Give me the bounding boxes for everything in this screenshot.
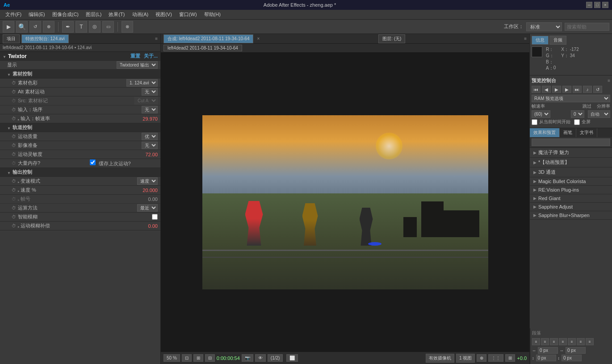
justify-left-btn[interactable]: ≡ xyxy=(559,338,567,345)
justify-all-btn[interactable]: ≡ xyxy=(586,338,594,345)
camera-select[interactable]: 有效摄像机 xyxy=(426,354,454,363)
project-tab[interactable]: 项目 xyxy=(3,34,20,43)
go-prev-frame-btn[interactable]: ◀ xyxy=(542,86,551,93)
comp-close-btn[interactable]: × xyxy=(257,36,260,41)
maximize-button[interactable]: □ xyxy=(594,2,600,8)
material-color-select[interactable]: 1. 124.avi xyxy=(126,79,158,87)
info-tab[interactable]: 信息 xyxy=(532,36,549,45)
align-center-btn[interactable]: ≡ xyxy=(541,338,549,345)
effect-controls-tab[interactable]: 特效控制台: 124.avi xyxy=(21,34,69,43)
full-screen-checkbox[interactable] xyxy=(574,119,580,125)
tool-brush[interactable]: ◎ xyxy=(89,21,101,33)
go-first-frame-btn[interactable]: ⏮ xyxy=(532,86,541,93)
comp-tab-main[interactable]: 合成: left4dead2 2011-08-11 19-34-10-64 xyxy=(163,34,253,43)
effects-search-input[interactable] xyxy=(532,138,610,146)
indent-after-input[interactable] xyxy=(566,347,586,354)
alt-material-select[interactable]: 无 xyxy=(142,88,158,96)
smart-blur-checkbox[interactable] xyxy=(152,214,158,220)
skip-value-select[interactable]: 0 xyxy=(571,110,584,118)
snapshot-btn[interactable]: 📷 xyxy=(242,354,253,362)
menu-composition[interactable]: 图像合成(C) xyxy=(49,10,82,19)
effect-item-magic-bullet-colorista[interactable]: ▶ Magic Bullet Colorista xyxy=(530,177,612,186)
twixtor-reset-link[interactable]: 重置 xyxy=(130,53,140,59)
calc-method-select[interactable]: 最近 xyxy=(137,204,158,212)
speed-mode-select[interactable]: 速度 xyxy=(137,177,158,185)
close-button[interactable]: × xyxy=(602,2,608,8)
layer-tab[interactable]: 图层: (无) xyxy=(378,34,405,43)
twixtor-collapse-icon[interactable] xyxy=(3,54,6,59)
image-prep-select[interactable]: 无 xyxy=(142,142,158,149)
speed-pct-expand[interactable] xyxy=(18,188,20,193)
menu-layer[interactable]: 图层(L) xyxy=(82,10,105,19)
input-seq-select[interactable]: 无 xyxy=(142,106,158,113)
effect-item-sapphire-blur-sharpen[interactable]: ▶ Sapphire Blur+Sharpen xyxy=(530,211,612,220)
fps-value-select[interactable]: (60) xyxy=(532,110,550,118)
go-next-frame-btn[interactable]: ▶ xyxy=(562,86,571,93)
preview-options[interactable]: ≡ xyxy=(608,78,610,83)
display-select[interactable]: Twixtored 输出 xyxy=(117,61,158,69)
audio-tab[interactable]: 音频 xyxy=(549,36,566,45)
align-right-btn[interactable]: ≡ xyxy=(550,338,558,345)
effect-item-animation-presets[interactable]: ▶ *【动画预置】 xyxy=(530,158,612,167)
ram-preview-select[interactable]: RAM 预览选项 xyxy=(532,95,610,102)
safe-zones-btn[interactable]: ⊞ xyxy=(193,354,203,362)
speed-mode-expand[interactable] xyxy=(18,179,20,184)
transparency-btn[interactable]: ⬜ xyxy=(286,354,298,362)
space-after-input[interactable] xyxy=(562,355,582,361)
motion-blur-expand[interactable] xyxy=(18,223,20,229)
space-before-input[interactable] xyxy=(536,355,556,361)
quality-select[interactable]: (1/2) xyxy=(268,354,283,362)
effect-item-sapphire-adjust[interactable]: ▶ Sapphire Adjust xyxy=(530,203,612,211)
twixtor-about-link[interactable]: 关于... xyxy=(144,53,158,59)
reset-offset[interactable]: ⊞ xyxy=(505,354,515,362)
minimize-button[interactable]: ─ xyxy=(586,2,592,8)
justify-right-btn[interactable]: ≡ xyxy=(577,338,585,345)
tool-shape[interactable]: ▭ xyxy=(102,21,114,33)
3d-renderer[interactable]: ⊕ xyxy=(477,354,486,362)
effect-item-revision-plugins[interactable]: ▶ RE:Vision Plug-ins xyxy=(530,186,612,194)
tool-roto[interactable]: ⊗ xyxy=(122,21,133,33)
justify-center-btn[interactable]: ≡ xyxy=(568,338,576,345)
menu-animation[interactable]: 动画(A) xyxy=(129,10,152,19)
output-control-collapse[interactable] xyxy=(7,170,11,175)
menu-edit[interactable]: 编辑(E) xyxy=(25,10,49,19)
menu-window[interactable]: 窗口(W) xyxy=(176,10,201,19)
menu-help[interactable]: 帮助(H) xyxy=(201,10,224,19)
tool-text[interactable]: T xyxy=(75,21,87,33)
show-snapshot-btn[interactable]: 👁 xyxy=(255,354,266,362)
paint-tab[interactable]: 画笔 xyxy=(560,128,576,137)
menu-view[interactable]: 视图(V) xyxy=(152,10,176,19)
frame-num-expand[interactable] xyxy=(18,197,20,202)
tool-select[interactable]: ▶ xyxy=(3,21,14,33)
material-control-collapse[interactable] xyxy=(7,71,11,77)
tool-rotate[interactable]: ↺ xyxy=(29,21,41,33)
fit-view-btn[interactable]: ⊡ xyxy=(182,354,192,362)
views-select[interactable]: 1 视图 xyxy=(456,354,475,363)
src-select[interactable]: Cut A xyxy=(134,97,158,105)
help-search-input[interactable] xyxy=(565,23,609,31)
grid-btn[interactable]: ⊟ xyxy=(205,354,215,362)
effect-item-red-giant[interactable]: ▶ Red Giant xyxy=(530,194,612,203)
indent-before-input[interactable] xyxy=(538,347,558,354)
tool-pen[interactable]: ✒ xyxy=(62,21,74,33)
text-tab[interactable]: 文字书 xyxy=(576,128,597,137)
align-left-btn[interactable]: ≡ xyxy=(532,338,540,345)
loop-btn[interactable]: ↺ xyxy=(593,86,602,93)
menu-file[interactable]: 文件(F) xyxy=(2,10,25,19)
workspace-select[interactable]: 标准 xyxy=(526,22,562,31)
effects-presets-tab[interactable]: 效果和预置 xyxy=(530,128,560,137)
zoom-select[interactable]: 50 % xyxy=(163,354,180,362)
input-fps-expand[interactable] xyxy=(18,116,20,121)
track-control-collapse[interactable] xyxy=(7,125,11,130)
comp-options-btn[interactable]: ≡ xyxy=(524,36,527,41)
audio-btn[interactable]: ♪ xyxy=(583,86,592,93)
play-btn[interactable]: ▶ xyxy=(552,86,561,93)
resolution-select[interactable]: 自动 xyxy=(588,110,610,118)
tool-zoom[interactable]: 🔍 xyxy=(16,21,28,33)
panel-options-btn[interactable]: ≡ xyxy=(155,36,158,41)
flow-btn[interactable]: ⋮⋮ xyxy=(488,354,503,362)
start-from-checkbox[interactable] xyxy=(532,119,537,125)
effect-item-3d-channel[interactable]: ▶ 3D 通道 xyxy=(530,167,612,177)
tool-camera[interactable]: ⊕ xyxy=(43,21,54,33)
cache-checkbox[interactable] xyxy=(90,159,96,165)
